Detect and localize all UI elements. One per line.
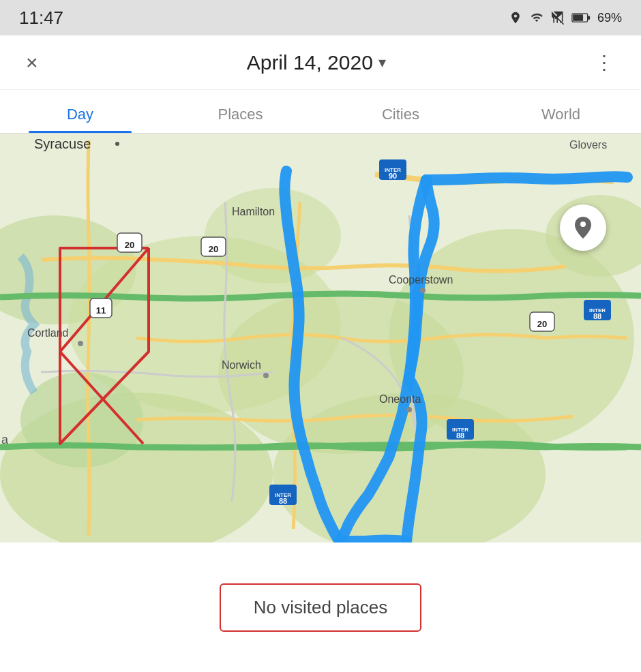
- svg-text:Norwich: Norwich: [222, 359, 261, 371]
- svg-rect-2: [573, 14, 583, 21]
- svg-text:20: 20: [209, 244, 218, 254]
- svg-point-17: [420, 288, 426, 293]
- svg-point-47: [580, 222, 586, 227]
- map-area[interactable]: Syracuse Hamilton Cooperstown Cortland N…: [0, 134, 641, 543]
- no-visited-places-text: No visited places: [254, 597, 388, 617]
- close-button[interactable]: ×: [20, 46, 44, 80]
- svg-text:88: 88: [456, 431, 464, 440]
- status-bar: 11:47 69%: [0, 0, 641, 35]
- date-dropdown-arrow[interactable]: ▾: [378, 54, 386, 72]
- svg-point-19: [78, 341, 83, 346]
- app-header: × April 14, 2020 ▾ ⋮: [0, 35, 641, 90]
- svg-text:88: 88: [279, 497, 287, 505]
- svg-point-23: [406, 407, 412, 412]
- tabs-bar: Day Places Cities World: [0, 90, 641, 134]
- tab-places[interactable]: Places: [160, 106, 320, 133]
- svg-text:88: 88: [593, 312, 601, 320]
- no-visited-places-box: No visited places: [220, 583, 422, 632]
- svg-text:Hamilton: Hamilton: [232, 206, 275, 217]
- svg-text:a: a: [1, 433, 9, 446]
- tab-day[interactable]: Day: [0, 106, 160, 133]
- wifi-icon: [529, 12, 544, 24]
- svg-text:90: 90: [389, 172, 397, 180]
- header-date: April 14, 2020: [247, 51, 373, 74]
- svg-point-21: [263, 373, 269, 378]
- svg-text:Oneonta: Oneonta: [379, 393, 421, 405]
- location-icon: [509, 10, 522, 25]
- svg-text:20: 20: [537, 319, 547, 329]
- svg-text:Glovers: Glovers: [569, 139, 607, 151]
- svg-text:20: 20: [125, 240, 134, 250]
- svg-point-14: [115, 142, 119, 146]
- more-options-button[interactable]: ⋮: [589, 46, 621, 79]
- svg-text:Syracuse: Syracuse: [34, 136, 91, 151]
- battery-icon: [571, 12, 591, 24]
- svg-rect-1: [588, 16, 591, 19]
- svg-text:Cortland: Cortland: [27, 327, 68, 339]
- bottom-panel: No visited places: [0, 543, 641, 672]
- signal-icon: [551, 11, 565, 25]
- svg-text:11: 11: [96, 305, 106, 316]
- header-title: April 14, 2020 ▾: [247, 51, 386, 74]
- tab-cities[interactable]: Cities: [320, 106, 481, 133]
- map-svg: Syracuse Hamilton Cooperstown Cortland N…: [0, 134, 641, 543]
- battery-percentage: 69%: [597, 11, 622, 25]
- status-time: 11:47: [19, 7, 63, 29]
- status-icons: 69%: [509, 10, 622, 25]
- tab-world[interactable]: World: [481, 106, 641, 133]
- svg-text:Cooperstown: Cooperstown: [389, 274, 453, 286]
